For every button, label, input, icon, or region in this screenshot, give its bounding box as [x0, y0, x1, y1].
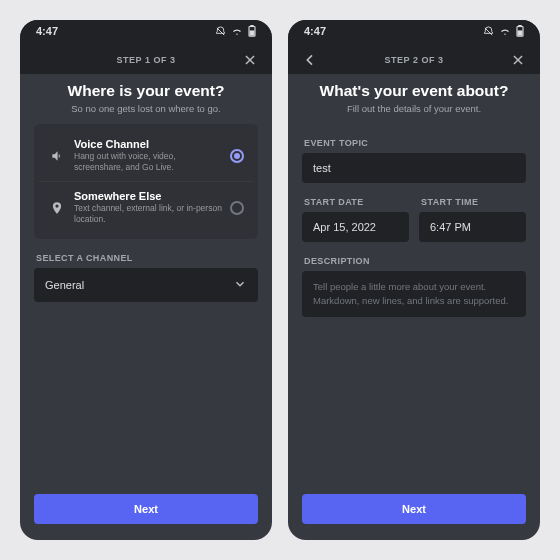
channel-value: General: [45, 279, 84, 291]
svg-rect-2: [250, 31, 254, 35]
topic-label: EVENT TOPIC: [304, 138, 524, 148]
battery-icon: [516, 25, 524, 37]
channel-label: SELECT A CHANNEL: [36, 253, 256, 263]
topic-input[interactable]: test: [302, 153, 526, 183]
option-voice-channel[interactable]: Voice Channel Hang out with voice, video…: [38, 130, 254, 181]
clock: 4:47: [304, 25, 326, 37]
top-strip: STEP 1 OF 3: [20, 42, 272, 74]
start-date-label: START DATE: [304, 197, 407, 207]
battery-icon: [248, 25, 256, 37]
page-subtitle: Fill out the details of your event.: [308, 103, 520, 114]
option-subtitle: Hang out with voice, video, screenshare,…: [74, 151, 222, 173]
start-time-label: START TIME: [421, 197, 524, 207]
wifi-icon: [499, 26, 511, 36]
page-title: Where is your event?: [40, 82, 252, 100]
description-input[interactable]: Tell people a little more about your eve…: [302, 271, 526, 317]
speaker-icon: [48, 149, 66, 163]
step-indicator: STEP 1 OF 3: [52, 55, 240, 65]
phone-step2: 4:47 STEP 2 OF 3 What's your event about…: [288, 20, 540, 540]
svg-rect-5: [518, 31, 522, 35]
svg-rect-4: [519, 25, 521, 27]
next-button-label: Next: [134, 503, 158, 515]
status-bar: 4:47: [288, 20, 540, 42]
status-icons: [483, 25, 524, 37]
location-pin-icon: [48, 201, 66, 215]
next-button[interactable]: Next: [34, 494, 258, 524]
back-icon[interactable]: [300, 50, 320, 70]
dnd-icon: [215, 26, 226, 37]
description-label: DESCRIPTION: [304, 256, 524, 266]
status-bar: 4:47: [20, 20, 272, 42]
start-date-value: Apr 15, 2022: [313, 221, 376, 233]
start-time-input[interactable]: 6:47 PM: [419, 212, 526, 242]
topic-value: test: [313, 162, 331, 174]
next-button[interactable]: Next: [302, 494, 526, 524]
option-title: Voice Channel: [74, 138, 222, 150]
next-button-label: Next: [402, 503, 426, 515]
option-title: Somewhere Else: [74, 190, 222, 202]
description-placeholder: Tell people a little more about your eve…: [313, 281, 508, 306]
clock: 4:47: [36, 25, 58, 37]
radio-unselected[interactable]: [230, 201, 244, 215]
start-date-input[interactable]: Apr 15, 2022: [302, 212, 409, 242]
close-icon[interactable]: [240, 50, 260, 70]
dnd-icon: [483, 26, 494, 37]
page-subtitle: So no one gets lost on where to go.: [40, 103, 252, 114]
channel-select[interactable]: General: [34, 268, 258, 302]
status-icons: [215, 25, 256, 37]
wifi-icon: [231, 26, 243, 36]
top-strip: STEP 2 OF 3: [288, 42, 540, 74]
location-options: Voice Channel Hang out with voice, video…: [34, 124, 258, 239]
chevron-down-icon: [233, 277, 247, 293]
radio-selected[interactable]: [230, 149, 244, 163]
svg-rect-1: [251, 25, 253, 27]
page-title: What's your event about?: [308, 82, 520, 100]
option-subtitle: Text channel, external link, or in-perso…: [74, 203, 222, 225]
step-indicator: STEP 2 OF 3: [320, 55, 508, 65]
phone-step1: 4:47 STEP 1 OF 3 Where is your event? So…: [20, 20, 272, 540]
start-time-value: 6:47 PM: [430, 221, 471, 233]
option-somewhere-else[interactable]: Somewhere Else Text channel, external li…: [38, 181, 254, 233]
close-icon[interactable]: [508, 50, 528, 70]
